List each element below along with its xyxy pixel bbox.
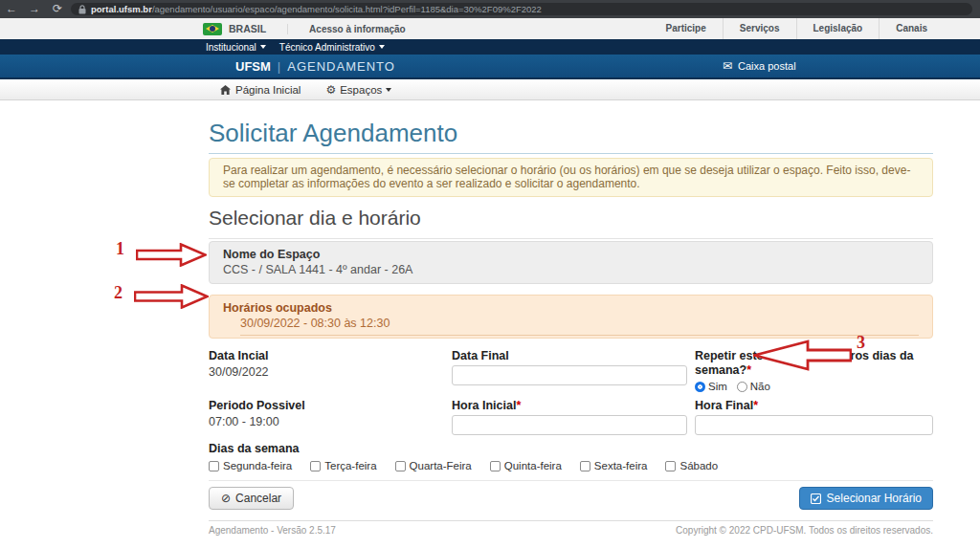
checkbox-quarta[interactable]: Quarta-Feira xyxy=(395,460,472,471)
checkbox-box[interactable] xyxy=(490,461,501,471)
cancel-icon: ⊘ xyxy=(221,492,231,505)
data-final-input[interactable] xyxy=(452,365,687,385)
chevron-down-icon xyxy=(386,88,391,92)
space-name-value: CCS - / SALA 1441 - 4º andar - 26A xyxy=(223,262,919,277)
annotation-number-3: 3 xyxy=(857,333,865,353)
occupied-item[interactable]: 30/09/2022 - 08:30 às 12:30 xyxy=(240,316,919,336)
gov-link-legislacao[interactable]: Legislação xyxy=(796,18,880,39)
browser-toolbar: ← → ⟳ portal.ufsm.br/agendamento/usuario… xyxy=(0,0,980,18)
annotation-arrow-2 xyxy=(134,284,209,309)
home-icon xyxy=(220,85,231,95)
data-inicial-label: Data Incial xyxy=(209,349,442,363)
annotation-number-2: 2 xyxy=(114,283,122,303)
nav-institucional-label: Institucional xyxy=(206,42,256,53)
checkbox-box[interactable] xyxy=(395,461,406,471)
checkbox-label: Quinta-feira xyxy=(504,460,562,471)
gov-link-acesso[interactable]: Acesso à informação xyxy=(287,24,406,34)
hora-final-input[interactable] xyxy=(695,415,933,435)
dias-label: Dias da semana xyxy=(209,442,933,455)
brand-ufsm: UFSM xyxy=(235,59,271,74)
nav-institucional[interactable]: Institucional xyxy=(206,42,266,53)
menu-pagina-inicial[interactable]: Página Inicial xyxy=(220,84,301,96)
gov-link-canais[interactable]: Canais xyxy=(879,18,944,39)
menu-home-label: Página Inicial xyxy=(235,84,301,96)
check-square-icon xyxy=(811,493,821,504)
envelope-icon: ✉ xyxy=(723,59,732,73)
lock-icon xyxy=(78,5,86,14)
mailbox-link[interactable]: ✉ Caixa postal xyxy=(723,55,796,77)
hora-inicial-input[interactable] xyxy=(452,415,687,435)
main-content: Solicitar Agendamento Para realizar um a… xyxy=(209,100,933,510)
url-text: portal.ufsm.br/agendamento/usuario/espac… xyxy=(91,4,542,14)
back-icon[interactable]: ← xyxy=(0,0,23,18)
footer-copyright: Copyright © 2022 CPD-UFSM. Todos os dire… xyxy=(676,525,933,536)
checkbox-sexta[interactable]: Sexta-feira xyxy=(580,460,648,471)
hora-final-label-text: Hora Final xyxy=(695,399,753,412)
radio-nao[interactable]: Não xyxy=(737,381,770,392)
reload-icon[interactable]: ⟳ xyxy=(46,0,69,18)
data-final-label: Data Final xyxy=(452,349,687,363)
gov-brand: BRASIL xyxy=(229,23,266,34)
address-bar[interactable]: portal.ufsm.br/agendamento/usuario/espac… xyxy=(71,3,972,15)
schedule-form: Data Incial 30/09/2022 Data Final Repeti… xyxy=(209,349,933,510)
required-mark: * xyxy=(516,399,521,412)
page-title: Solicitar Agendamento xyxy=(209,119,933,154)
forward-icon[interactable]: → xyxy=(23,0,46,18)
checkbox-box[interactable] xyxy=(209,461,219,471)
dias-checkboxes: Segunda-feira Terça-feira Quarta-Feira Q… xyxy=(209,460,933,471)
periodo-value: 07:00 - 19:00 xyxy=(209,415,442,429)
checkbox-terca[interactable]: Terça-feira xyxy=(310,460,376,471)
checkbox-box[interactable] xyxy=(580,461,590,471)
select-time-label: Selecionar Horário xyxy=(827,492,922,505)
app-brand[interactable]: UFSM | AGENDAMENTO xyxy=(235,59,395,74)
menu-bar: Página Inicial ⚙ Espaços xyxy=(0,79,980,100)
radio-nao-label: Não xyxy=(750,381,770,392)
data-inicial-value: 30/09/2022 xyxy=(209,365,442,380)
checkbox-sabado[interactable]: Sábado xyxy=(665,460,718,471)
menu-espacos[interactable]: ⚙ Espaços xyxy=(325,83,391,97)
checkbox-box[interactable] xyxy=(310,461,321,471)
required-mark: * xyxy=(753,399,758,412)
annotation-arrow-3 xyxy=(753,340,852,371)
gov-link-servicos[interactable]: Serviços xyxy=(723,18,796,39)
checkbox-label: Sexta-feira xyxy=(594,460,648,471)
brand-app-name: AGENDAMENTO xyxy=(287,59,395,74)
radio-nao-dot[interactable] xyxy=(737,382,747,392)
form-divider xyxy=(209,480,933,481)
gov-link-participe[interactable]: Participe xyxy=(650,18,723,39)
checkbox-label: Segunda-feira xyxy=(223,460,292,471)
checkbox-box[interactable] xyxy=(665,461,676,471)
page-footer: Agendamento - Versão 2.5.17 Copyright © … xyxy=(209,520,933,536)
mailbox-label: Caixa postal xyxy=(738,60,796,72)
occupied-times-box: Horários ocupados 30/09/2022 - 08:30 às … xyxy=(209,295,933,339)
hora-inicial-label-text: Hora Inicial xyxy=(452,399,516,412)
url-path: /agendamento/usuario/espaco/agendamento/… xyxy=(152,4,542,14)
required-mark: * xyxy=(746,363,751,377)
checkbox-label: Sábado xyxy=(679,460,718,471)
annotation-number-1: 1 xyxy=(116,239,124,259)
radio-sim[interactable]: Sim xyxy=(695,381,727,392)
space-name-label: Nome do Espaço xyxy=(223,247,919,262)
cancel-button[interactable]: ⊘ Cancelar xyxy=(209,487,294,510)
hora-inicial-label: Hora Inicial* xyxy=(452,399,687,413)
radio-sim-dot[interactable] xyxy=(695,382,705,392)
gov-bar: BRASIL Acesso à informação Participe Ser… xyxy=(0,18,980,39)
top-nav: Institucional Técnico Administrativo xyxy=(0,39,980,55)
gear-icon: ⚙ xyxy=(325,83,336,97)
cancel-label: Cancelar xyxy=(235,492,281,505)
radio-sim-label: Sim xyxy=(708,381,727,392)
nav-tecnico-administrativo[interactable]: Técnico Administrativo xyxy=(279,42,385,53)
checkbox-label: Terça-feira xyxy=(324,460,376,471)
menu-espacos-label: Espaços xyxy=(340,84,382,96)
checkbox-segunda[interactable]: Segunda-feira xyxy=(209,460,292,471)
annotation-arrow-1 xyxy=(136,243,207,267)
nav-tecnico-label: Técnico Administrativo xyxy=(279,42,375,53)
checkbox-quinta[interactable]: Quinta-feira xyxy=(490,460,562,471)
brand-separator: | xyxy=(278,59,280,74)
app-header: UFSM | AGENDAMENTO ✉ Caixa postal xyxy=(0,55,980,77)
select-time-button[interactable]: Selecionar Horário xyxy=(799,487,933,510)
info-alert: Para realizar um agendamento, é necessár… xyxy=(209,158,933,197)
chevron-down-icon xyxy=(379,45,385,49)
hora-final-label: Hora Final* xyxy=(695,399,933,413)
checkbox-label: Quarta-Feira xyxy=(410,460,472,471)
